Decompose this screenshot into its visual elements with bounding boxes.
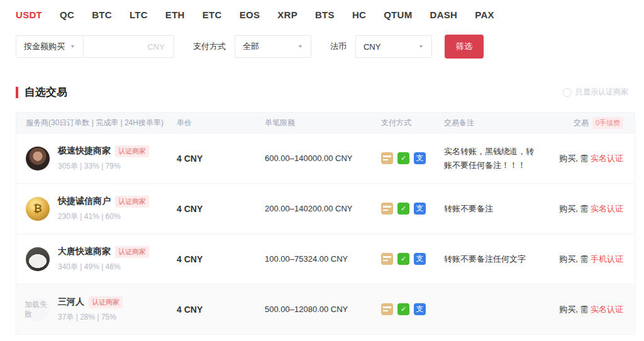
merchant-stats: 340单 | 49% | 46% [58,262,149,272]
order-limit: 600.00–140000.00 CNY [265,154,381,163]
order-limit: 500.00–12080.00 CNY [265,305,381,314]
payment-method-value: 全部 [243,41,259,52]
verification-requirement[interactable]: 实名认证 [591,154,623,163]
table-row[interactable]: 大唐快速商家 认证商家 340单 | 49% | 46% 4 CNY 100.0… [16,233,635,284]
nav-tab-etc[interactable]: ETC [203,9,222,20]
trade-header-label: 交易 [574,118,589,128]
certified-only-radio[interactable]: 只显示认证商家 [563,87,628,98]
nav-tab-qc[interactable]: QC [60,9,74,20]
nav-tab-qtum[interactable]: QTUM [384,9,412,20]
filter-bar: 按金额购买 ▼ 支付方式 全部 ▼ 法币 CNY ▼ 筛选 [16,35,644,59]
nav-tab-usdt[interactable]: USDT [16,9,42,20]
certified-merchant-badge: 认证商家 [115,246,149,258]
nav-tab-xrp[interactable]: XRP [277,9,297,20]
bank-card-icon [381,203,393,215]
chevron-down-icon: ▼ [70,44,75,49]
merchant-stats: 305单 | 33% | 79% [58,161,149,172]
unit-price: 4 CNY [177,154,265,164]
col-note: 交易备注 [444,118,557,128]
radio-label: 只显示认证商家 [575,87,628,98]
buy-action[interactable]: 购买, 需 实名认证 [557,203,635,215]
buy-action-text: 购买, 需 [559,254,591,264]
col-payment: 支付方式 [381,118,444,128]
bank-card-icon [381,303,393,315]
nav-tab-btc[interactable]: BTC [92,9,112,20]
nav-tab-dash[interactable]: DASH [430,9,458,20]
unit-price: 4 CNY [177,305,265,315]
payment-method-select[interactable]: 全部 ▼ [235,35,311,58]
filter-button[interactable]: 筛选 [445,35,484,59]
table-row[interactable]: ₿ 快捷诚信商户 认证商家 230单 | 41% | 60% 4 CNY 200… [16,183,635,233]
fiat-value: CNY [364,42,380,52]
payment-method-label: 支付方式 [193,41,226,52]
col-limit: 单笔限额 [265,118,381,128]
chevron-down-icon: ▼ [297,44,303,49]
chevron-down-icon: ▼ [418,44,424,49]
buy-action-text: 购买, 需 [559,204,591,213]
bank-card-icon [381,253,393,265]
coin-nav: USDT QC BTC LTC ETH ETC EOS XRP BTS HC Q… [0,0,644,20]
offers-table: 服务商(30日订单数 | 完成率 | 24H接单率) 单价 单笔限额 支付方式 … [16,112,635,335]
col-trade: 交易 0手续费 [557,117,635,129]
merchant-stats: 37单 | 28% | 75% [58,312,123,323]
section-accent-bar [16,87,18,98]
table-header-row: 服务商(30日订单数 | 完成率 | 24H接单率) 单价 单笔限额 支付方式 … [16,113,635,133]
nav-tab-bts[interactable]: BTS [315,9,335,20]
alipay-icon: 支 [414,253,426,265]
page-title: 自选交易 [25,85,67,99]
verification-requirement[interactable]: 实名认证 [591,204,623,213]
bank-card-icon [381,152,393,164]
nav-tab-eth[interactable]: ETH [165,9,185,20]
avatar-load-failed-text: 加载失败 [25,300,52,319]
buy-action[interactable]: 购买, 需 手机认证 [557,254,635,265]
buy-mode-dropdown[interactable]: 按金额购买 ▼ [16,35,84,58]
unit-price: 4 CNY [177,204,265,214]
buy-action-text: 购买, 需 [559,305,591,314]
bitcoin-icon: ₿ [33,202,42,215]
alipay-icon: 支 [414,152,426,164]
buy-action-text: 购买, 需 [559,154,591,163]
merchant-name[interactable]: 快捷诚信商户 [58,196,111,207]
buy-action[interactable]: 购买, 需 实名认证 [557,153,635,164]
merchant-name[interactable]: 极速快捷商家 [58,145,111,157]
wechat-pay-icon: ✓ [397,303,409,315]
trade-note: 实名转账，黑钱绕道，转账不要任何备注！！！ [444,145,557,172]
verification-requirement[interactable]: 实名认证 [591,305,623,314]
certified-merchant-badge: 认证商家 [89,296,123,308]
certified-merchant-badge: 认证商家 [115,145,149,157]
col-merchant: 服务商(30日订单数 | 完成率 | 24H接单率) [16,118,177,128]
nav-tab-pax[interactable]: PAX [475,9,494,20]
merchant-name[interactable]: 大唐快速商家 [58,246,111,257]
trade-note: 转账不要备注 [444,202,557,215]
amount-input[interactable] [91,42,166,52]
fiat-label: 法币 [330,41,347,52]
wechat-pay-icon: ✓ [397,203,409,215]
alipay-icon: 支 [414,303,426,315]
table-row[interactable]: 加载失败 三河人 认证商家 37单 | 28% | 75% 4 CNY 500.… [16,284,635,334]
fiat-select[interactable]: CNY ▼ [355,35,432,58]
wechat-pay-icon: ✓ [397,253,409,265]
buy-action[interactable]: 购买, 需 实名认证 [557,304,635,315]
table-row[interactable]: 极速快捷商家 认证商家 305单 | 33% | 79% 4 CNY 600.0… [16,133,635,183]
merchant-avatar [26,147,50,170]
merchant-name[interactable]: 三河人 [58,296,84,308]
merchant-avatar [26,247,50,271]
col-price: 单价 [177,118,265,128]
nav-tab-eos[interactable]: EOS [240,9,260,20]
trade-note: 转账不要备注任何文字 [444,252,557,266]
zero-fee-badge: 0手续费 [592,117,623,129]
certified-merchant-badge: 认证商家 [115,196,149,208]
nav-tab-ltc[interactable]: LTC [130,9,148,20]
merchant-stats: 230单 | 41% | 60% [58,211,149,222]
nav-tab-hc[interactable]: HC [352,9,366,20]
buy-mode-label: 按金额购买 [24,41,65,52]
wechat-pay-icon: ✓ [397,152,409,164]
section-header: 自选交易 只显示认证商家 [16,85,628,99]
order-limit: 100.00–75324.00 CNY [265,254,381,264]
merchant-avatar-load-failed: 加载失败 [26,298,50,321]
verification-requirement[interactable]: 手机认证 [591,254,623,264]
unit-price: 4 CNY [177,254,265,264]
merchant-avatar: ₿ [26,197,50,221]
radio-circle-icon[interactable] [563,88,572,97]
amount-input-box [83,35,174,58]
